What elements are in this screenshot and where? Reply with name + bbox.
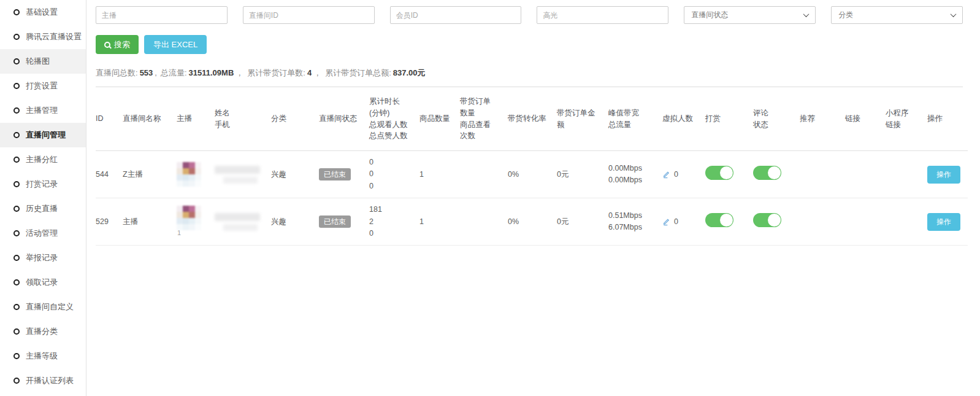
circle-icon <box>13 378 20 384</box>
circle-icon <box>13 353 20 359</box>
virtual-count: 0 <box>674 217 678 226</box>
virtual-count: 0 <box>674 170 678 179</box>
sidebar-item[interactable]: 打赏设置 <box>0 74 86 98</box>
column-header: 直播间状态 <box>319 87 369 151</box>
link-cell <box>845 198 886 246</box>
column-header: 峰值带宽 总流量 <box>608 87 662 151</box>
avatar-pixel <box>189 181 195 187</box>
circle-icon <box>13 132 20 138</box>
circle-icon <box>13 230 20 236</box>
comment-toggle[interactable] <box>753 166 781 180</box>
stat-label: 累计带货订单数: <box>247 68 305 77</box>
redacted-bar <box>223 177 258 184</box>
stat-label: 总流量: <box>161 68 187 77</box>
avatar-pixel <box>183 162 189 168</box>
column-header: 带货转化率 <box>508 87 557 151</box>
highlight-input[interactable] <box>537 6 668 24</box>
circle-icon <box>13 206 20 212</box>
avatar-pixel <box>183 224 189 230</box>
search-button[interactable]: 搜索 <box>96 35 139 54</box>
action-button[interactable]: 操作 <box>927 166 960 184</box>
action-cell: 操作 <box>927 198 968 246</box>
room-id-input[interactable] <box>243 6 375 24</box>
bandwidth-peak: 0.00Mbps <box>608 163 657 174</box>
sidebar-item-label: 腾讯云直播设置 <box>26 31 82 42</box>
column-header: 直播间名称 <box>123 87 177 151</box>
goods-count: 1 <box>419 198 460 246</box>
name-phone-cell <box>215 198 271 246</box>
sidebar-item[interactable]: 打赏记录 <box>0 172 86 196</box>
column-header: 小程序 链接 <box>886 87 927 151</box>
avatar-pixel <box>177 174 183 181</box>
column-header: 分类 <box>271 87 319 151</box>
avatar-pixel <box>177 224 183 230</box>
avatar-pixel <box>189 206 195 212</box>
reward-cell <box>705 151 753 198</box>
column-header: 评论 状态 <box>753 87 800 151</box>
sidebar-item[interactable]: 直播间自定义 <box>0 295 86 319</box>
room-status-select-value: 直播间状态 <box>691 10 728 20</box>
circle-icon <box>13 58 20 64</box>
chevron-down-icon <box>951 11 957 17</box>
stat-value: 4 <box>307 68 312 77</box>
sidebar-item[interactable]: 基础设置 <box>0 0 86 25</box>
sidebar-item-label: 领取记录 <box>26 277 58 288</box>
avatar-pixel <box>177 162 183 168</box>
comment-toggle[interactable] <box>753 213 781 227</box>
avatar-pixel <box>177 212 183 218</box>
anchor-search-input[interactable] <box>96 6 228 24</box>
sidebar-item[interactable]: 腾讯云直播设置 <box>0 25 86 49</box>
avatar-pixel <box>177 206 183 212</box>
stats-bar: 直播间总数:553,总流量:31511.09MB，累计带货订单数:4，累计带货订… <box>96 68 963 79</box>
reward-toggle[interactable] <box>705 166 733 180</box>
redacted-bar <box>215 166 260 174</box>
avatar-pixel <box>189 174 195 181</box>
avatar-pixel <box>189 212 195 218</box>
category-select[interactable]: 分类 <box>831 6 963 24</box>
bandwidth-cell: 0.00Mbps0.00Mbps <box>608 151 662 198</box>
sidebar-item[interactable]: 历史直播 <box>0 196 86 221</box>
member-id-input[interactable] <box>390 6 522 24</box>
sidebar-item[interactable]: 领取记录 <box>0 270 86 295</box>
reward-toggle[interactable] <box>705 213 733 227</box>
edit-icon[interactable] <box>662 217 670 226</box>
goods-count: 1 <box>419 151 460 198</box>
sidebar-item[interactable]: 直播间管理 <box>0 123 86 147</box>
sidebar-item[interactable]: 活动管理 <box>0 221 86 246</box>
export-excel-button[interactable]: 导出 EXCEL <box>144 35 207 54</box>
order-count <box>460 151 508 198</box>
sidebar-item-label: 打赏记录 <box>26 179 58 190</box>
column-header: 主播 <box>177 87 215 151</box>
column-header: 链接 <box>845 87 886 151</box>
sidebar-item-label: 开播认证列表 <box>26 375 74 386</box>
bandwidth-total: 6.07Mbps <box>608 222 657 233</box>
search-icon <box>104 42 110 48</box>
status-cell: 已结束 <box>319 151 369 198</box>
room-status-select[interactable]: 直播间状态 <box>684 6 816 24</box>
sidebar-item[interactable]: 主播分红 <box>0 147 86 172</box>
action-button[interactable]: 操作 <box>927 213 960 231</box>
table-row: 544Z主播兴趣已结束00010%0元0.00Mbps0.00Mbps0操作 <box>96 151 968 198</box>
stat-value: 553 <box>140 68 153 77</box>
table-body: 544Z主播兴趣已结束00010%0元0.00Mbps0.00Mbps0操作52… <box>96 151 968 246</box>
category-select-value: 分类 <box>838 10 853 20</box>
avatar-pixel <box>183 206 189 212</box>
sidebar-item[interactable]: 开播认证列表 <box>0 368 86 393</box>
stat-label: 累计带货订单总额: <box>325 68 391 77</box>
sidebar-item[interactable]: 直播分类 <box>0 319 86 344</box>
sidebar-item-label: 直播分类 <box>26 326 58 337</box>
avatar-pixel <box>195 224 201 230</box>
column-header: 带货订单金 额 <box>557 87 608 151</box>
avatar-pixel <box>189 162 195 168</box>
sidebar-item[interactable]: 轮播图 <box>0 49 86 74</box>
duration-viewers-likes-cell: 18120 <box>369 198 419 246</box>
column-header: 推荐 <box>800 87 845 151</box>
anchor-cell: 1 <box>177 198 215 246</box>
sidebar-item[interactable]: 主播管理 <box>0 98 86 123</box>
stat-line: 0 <box>369 228 415 239</box>
avatar-pixel <box>183 168 189 174</box>
sidebar-item[interactable]: 主播等级 <box>0 344 86 368</box>
sidebar-item[interactable]: 举报记录 <box>0 246 86 270</box>
edit-icon[interactable] <box>662 170 670 179</box>
table-header-row: ID直播间名称主播姓名 手机分类直播间状态累计时长 (分钟) 总观看人数 总点赞… <box>96 87 968 151</box>
